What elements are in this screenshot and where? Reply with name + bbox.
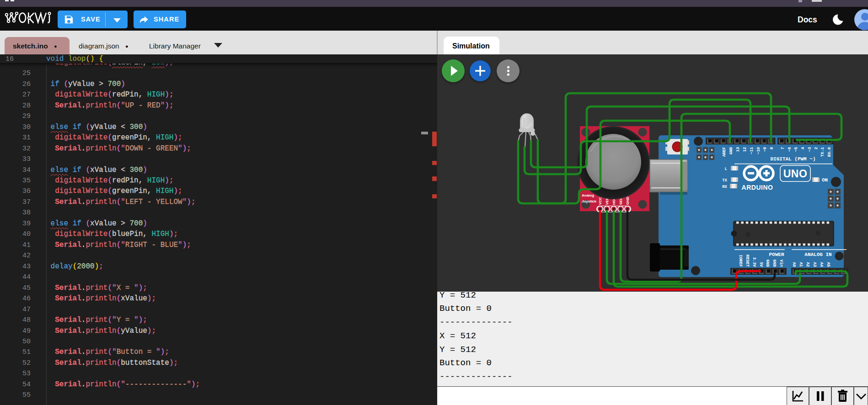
svg-text:ON: ON: [822, 177, 828, 183]
svg-text:ANALOG IN: ANALOG IN: [804, 252, 831, 257]
svg-text:12: 12: [743, 147, 747, 152]
svg-text:~9: ~9: [763, 147, 767, 152]
svg-text:7: 7: [781, 147, 785, 149]
svg-text:L: L: [725, 167, 727, 171]
svg-text:~11: ~11: [750, 147, 754, 155]
svg-text:GND: GND: [772, 260, 777, 267]
svg-text:GND: GND: [626, 197, 630, 205]
svg-text:AREF: AREF: [722, 147, 727, 157]
svg-text:3.3V: 3.3V: [752, 257, 756, 267]
svg-text:4: 4: [801, 147, 805, 149]
svg-text:TX: TX: [722, 178, 727, 183]
svg-text:Analog: Analog: [582, 193, 594, 197]
svg-text:Vin: Vin: [779, 260, 783, 267]
svg-text:UNO: UNO: [783, 168, 808, 180]
svg-text:A5: A5: [826, 262, 830, 267]
svg-text:VCC: VCC: [598, 197, 602, 205]
svg-text:13: 13: [736, 147, 740, 152]
svg-text:~6: ~6: [788, 147, 792, 152]
svg-text:ARDUINO: ARDUINO: [742, 184, 773, 191]
svg-text:~10: ~10: [756, 147, 761, 155]
svg-text:GND: GND: [729, 147, 734, 155]
svg-text:RX: RX: [722, 185, 727, 189]
svg-text:RESET: RESET: [745, 255, 750, 267]
svg-text:2: 2: [814, 147, 819, 149]
svg-text:~5: ~5: [794, 147, 798, 152]
svg-text:GND: GND: [765, 260, 770, 267]
svg-text:IOREF: IOREF: [738, 255, 743, 267]
svg-text:A0: A0: [792, 262, 796, 267]
svg-text:POWER: POWER: [769, 252, 784, 257]
svg-text:RX←0: RX←0: [827, 147, 832, 157]
svg-text:A4: A4: [819, 262, 824, 267]
svg-text:A3: A3: [812, 262, 817, 267]
svg-text:A2: A2: [805, 262, 810, 267]
svg-text:~3: ~3: [808, 147, 812, 152]
svg-text:A1: A1: [798, 262, 803, 267]
svg-text:5V: 5V: [759, 262, 763, 267]
svg-text:TX→1: TX→1: [820, 147, 825, 157]
svg-text:Joystick: Joystick: [582, 199, 597, 203]
svg-text:DIGITAL (PWM ~): DIGITAL (PWM ~): [770, 156, 815, 162]
svg-text:8: 8: [770, 147, 774, 149]
